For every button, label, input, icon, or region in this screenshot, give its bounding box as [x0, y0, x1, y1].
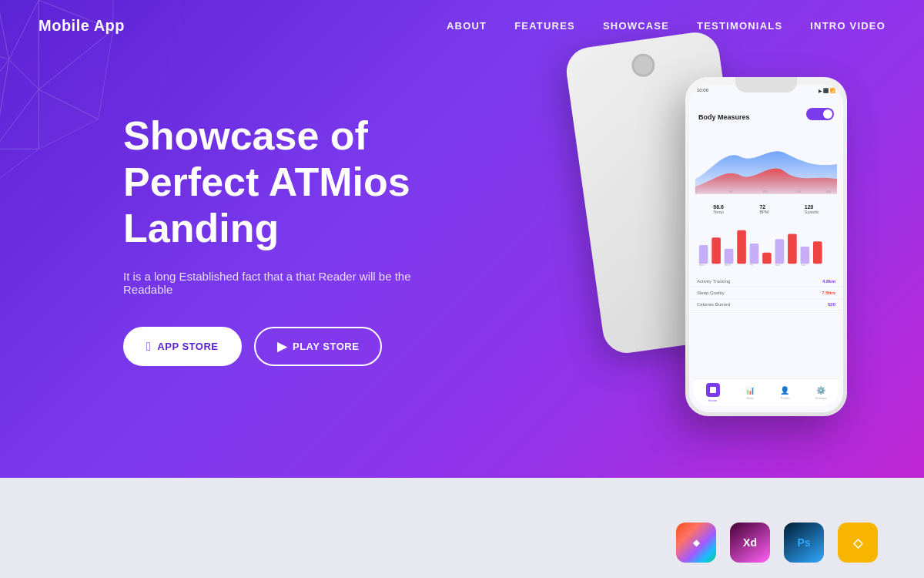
svg-rect-55 [725, 249, 734, 264]
home-label: Home [708, 398, 717, 402]
settings-label: Settings [815, 396, 826, 400]
svg-text:Wed: Wed [725, 263, 731, 267]
nav-link-about[interactable]: ABOUT [447, 20, 487, 32]
nav-link-intro-video[interactable]: INTRO VIDEO [810, 20, 886, 32]
stat-2: 72 BPM [759, 204, 768, 214]
nav-logo: Mobile App [38, 17, 125, 35]
profile-label: Profile [781, 396, 789, 400]
bottom-nav-item-4[interactable]: ⚙️ Settings [815, 386, 826, 400]
play-store-label: PLAY Store [293, 341, 359, 352]
svg-text:0: 0 [695, 190, 697, 193]
phone-area: 10:00 ▶ ⬛ 📶 Body Measures [493, 31, 862, 462]
app-store-button[interactable]:  APP STORE [123, 327, 242, 366]
toggle-knob [823, 109, 832, 119]
svg-text:Tue: Tue [801, 263, 806, 267]
hero-subtitle: It is a long Established fact that a tha… [123, 270, 462, 296]
screen-row-1: Activity Tracking 4.8km [689, 276, 843, 287]
screen-toggle[interactable] [806, 108, 834, 120]
bar-chart: Mon Wed Fri Sun Tue [689, 217, 843, 276]
svg-rect-56 [737, 230, 746, 264]
app-store-label: APP STORE [157, 341, 218, 352]
svg-rect-61 [801, 247, 810, 264]
svg-text:Sun: Sun [775, 263, 781, 267]
status-time: 10:00 [697, 88, 708, 93]
svg-rect-62 [813, 241, 822, 264]
stat-1: 98.6 Temp [713, 204, 724, 214]
settings-icon: ⚙️ [816, 386, 825, 395]
screen-header: Body Measures [689, 96, 843, 130]
svg-text:200: 200 [825, 190, 830, 193]
profile-icon: 👤 [780, 386, 789, 395]
phone-back-camera [630, 52, 656, 79]
phone-screen: 10:00 ▶ ⬛ 📶 Body Measures [689, 85, 843, 412]
play-store-button[interactable]: ▶ PLAY Store [254, 327, 383, 366]
home-icon [706, 383, 720, 397]
nav-link-showcase[interactable]: SHOWCASE [603, 20, 669, 32]
screen-row-2: Sleep Quality 7.5hrs [689, 287, 843, 299]
nav-links: ABOUT FEATURES SHOWCASE TESTIMONIALS INT… [447, 20, 886, 32]
svg-text:Mon: Mon [699, 263, 705, 267]
svg-rect-59 [775, 239, 785, 264]
photoshop-icon[interactable]: Ps [784, 523, 824, 563]
bottom-nav-item-2[interactable]: 📊 Stats [745, 386, 755, 400]
svg-text:150: 150 [796, 190, 801, 193]
phone-notch [735, 77, 797, 92]
hero-buttons:  APP STORE ▶ PLAY Store [123, 327, 462, 366]
phone-front: 10:00 ▶ ⬛ 📶 Body Measures [685, 77, 847, 416]
svg-text:50: 50 [729, 190, 732, 193]
nav-link-features[interactable]: FEATURES [514, 20, 575, 32]
chart-icon: 📊 [745, 386, 755, 395]
navbar: Mobile App ABOUT FEATURES SHOWCASE TESTI… [0, 0, 924, 52]
sketch-icon[interactable]: ◇ [838, 523, 878, 563]
stats-row: 98.6 Temp 72 BPM 120 Systolic [689, 201, 843, 217]
area-chart: 0 50 100 150 200 [689, 130, 843, 201]
figma-icon[interactable]: ◆ [676, 523, 716, 563]
status-icons: ▶ ⬛ 📶 [819, 88, 835, 93]
hero-title: Showcase of Perfect ATMios Landing [123, 113, 462, 251]
apple-icon:  [146, 340, 151, 354]
svg-rect-57 [750, 244, 759, 264]
svg-rect-54 [711, 237, 721, 264]
svg-rect-53 [699, 245, 708, 264]
svg-rect-60 [788, 234, 797, 264]
play-icon: ▶ [277, 339, 287, 354]
hero-section: Mobile App ABOUT FEATURES SHOWCASE TESTI… [0, 0, 924, 478]
screen-bottom-nav: Home 📊 Stats 👤 Profile ⚙️ Settings [693, 378, 839, 406]
stat-3: 120 Systolic [805, 204, 819, 214]
hero-content: Showcase of Perfect ATMios Landing It is… [0, 52, 462, 366]
adobe-xd-icon[interactable]: Xd [730, 523, 770, 563]
bottom-nav-item-1[interactable]: Home [706, 383, 720, 402]
stats-label: Stats [747, 396, 754, 400]
design-tools-bar: ◆ Xd Ps ◇ [676, 523, 878, 563]
svg-text:100: 100 [762, 190, 767, 193]
nav-link-testimonials[interactable]: TESTIMONIALS [697, 20, 782, 32]
screen-row-3: Calories Burned 520 [689, 299, 843, 311]
svg-rect-58 [762, 253, 772, 264]
bottom-nav-item-3[interactable]: 👤 Profile [780, 386, 789, 400]
svg-text:Fri: Fri [750, 263, 754, 267]
